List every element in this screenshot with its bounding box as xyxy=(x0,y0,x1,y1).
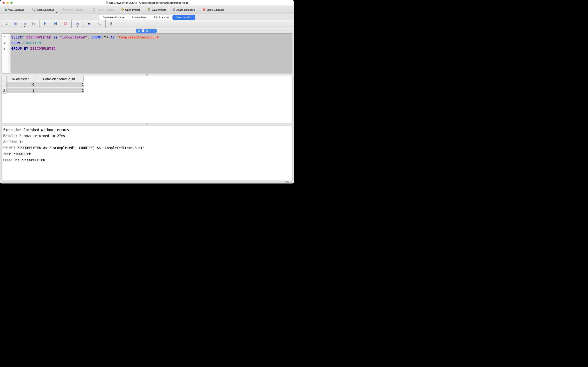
new-query-tab-button[interactable] xyxy=(3,21,9,28)
sql-token xyxy=(28,46,30,50)
results-log-splitter[interactable] xyxy=(0,123,294,126)
results-cell[interactable]: 0 xyxy=(6,82,34,88)
open-sql-file-button[interactable] xyxy=(12,21,18,28)
tab-execute-sql[interactable]: Execute SQL xyxy=(172,15,195,20)
toolbar-separator xyxy=(169,6,169,13)
save-results-icon xyxy=(76,22,79,25)
new-database-button[interactable]: New Database xyxy=(3,5,25,14)
view-tabs: Database Structure Browse Data Edit Prag… xyxy=(99,15,195,20)
sql-toolbar-separator xyxy=(83,20,84,28)
new-database-icon xyxy=(3,8,7,12)
execute-line-button[interactable] xyxy=(52,21,58,28)
main-toolbar: New Database Open Database Write Changes… xyxy=(0,5,294,14)
save-sql-file-button[interactable] xyxy=(21,21,27,28)
sql-toolbar-separator xyxy=(105,20,106,28)
results-column-header[interactable]: isCompleted xyxy=(6,76,34,82)
window-title: DB Browser for SQLite - /Users/russellgo… xyxy=(105,1,188,4)
sql-token: , xyxy=(87,35,91,39)
results-row: 102 xyxy=(2,82,84,88)
find-button[interactable] xyxy=(86,21,92,28)
close-tab-icon[interactable]: ✕ xyxy=(138,30,140,32)
sql-tab-label: S... xyxy=(146,30,150,33)
results-cell[interactable]: 2 xyxy=(34,88,84,94)
results-row-number[interactable]: 2 xyxy=(2,88,6,94)
close-database-button[interactable]: Close Database xyxy=(202,5,225,14)
line-number: 3 xyxy=(2,46,8,51)
replace-button[interactable]: ba xyxy=(97,21,102,28)
sql-query-tab[interactable]: ✕ S... xyxy=(136,29,157,33)
revert-changes-label: Revert Changes xyxy=(97,8,115,11)
line-number: 2 xyxy=(2,40,8,46)
fold-margin xyxy=(8,34,10,73)
sql-token xyxy=(58,35,60,39)
new-database-label: New Database xyxy=(8,8,24,11)
results-table: isCompletedCompletedItemsCount102212 xyxy=(2,76,84,94)
revert-changes-button[interactable]: Revert Changes xyxy=(92,5,116,14)
sql-token xyxy=(24,35,26,39)
execute-all-icon xyxy=(43,22,47,25)
open-project-label: Open Project xyxy=(125,8,140,11)
sql-editor[interactable]: 123 SELECT ZISCOMPLETED as "isCompleted"… xyxy=(1,33,293,74)
save-project-button[interactable]: Save Project xyxy=(147,5,167,14)
sql-code-line[interactable]: SELECT ZISCOMPLETED as "isCompleted", CO… xyxy=(11,34,292,40)
sql-token: ZTODOITEM xyxy=(22,41,41,45)
sql-code-area[interactable]: SELECT ZISCOMPLETED as "isCompleted", CO… xyxy=(10,34,292,73)
tab-label: Database Structure xyxy=(103,16,125,19)
attach-database-label: Attach Database xyxy=(176,8,195,11)
execute-all-button[interactable] xyxy=(42,21,48,28)
stop-button[interactable] xyxy=(62,21,68,28)
toolbar-separator xyxy=(59,6,60,13)
tab-database-structure[interactable]: Database Structure xyxy=(99,15,128,20)
database-icon xyxy=(105,1,108,4)
sql-code-line[interactable]: GROUP BY ZISCOMPLETED xyxy=(11,46,292,51)
tab-label: Edit Pragmas xyxy=(154,16,169,19)
sql-toolbar-separator xyxy=(39,20,40,28)
sql-token: "isCompleted" xyxy=(60,35,87,39)
editor-results-splitter[interactable] xyxy=(0,74,294,76)
results-row-number[interactable]: 1 xyxy=(2,82,6,88)
save-sql-dropdown-chevron-icon[interactable] xyxy=(23,25,25,27)
view-tab-row: Database Structure Browse Data Edit Prag… xyxy=(0,14,294,20)
sql-token: GROUP BY xyxy=(11,46,28,50)
sql-token: ZISCOMPLETED xyxy=(30,46,56,50)
results-row: 212 xyxy=(2,88,84,94)
tab-browse-data[interactable]: Browse Data xyxy=(128,15,150,20)
sql-code-line[interactable]: FROM ZTODOITEM xyxy=(11,40,292,46)
print-icon xyxy=(32,22,35,25)
sql-token xyxy=(115,35,117,39)
toolbar-overflow-chevron-icon[interactable] xyxy=(56,10,58,14)
sql-toolbar-separator xyxy=(71,20,72,28)
sql-tab-strip: ✕ S... xyxy=(0,28,294,33)
results-corner-cell xyxy=(2,76,6,82)
open-project-icon xyxy=(121,8,124,12)
open-database-label: Open Database xyxy=(36,8,54,11)
open-sql-file-icon xyxy=(14,22,17,25)
results-cell[interactable]: 2 xyxy=(34,82,84,88)
save-project-label: Save Project xyxy=(152,8,166,11)
replace-icon: ba xyxy=(98,22,101,25)
tab-edit-pragmas[interactable]: Edit Pragmas xyxy=(150,15,173,20)
print-button[interactable] xyxy=(30,21,36,28)
close-window-button[interactable] xyxy=(2,1,5,4)
zoom-window-button[interactable] xyxy=(10,1,13,4)
save-results-button[interactable] xyxy=(74,21,80,28)
results-column-header[interactable]: CompletedItemsCount xyxy=(34,76,84,82)
save-results-dropdown-chevron-icon[interactable] xyxy=(76,25,78,27)
close-database-icon xyxy=(202,8,206,12)
open-database-button[interactable]: Open Database xyxy=(31,5,55,14)
execution-log[interactable]: Execution finished without errors. Resul… xyxy=(1,126,293,180)
minimize-window-button[interactable] xyxy=(6,1,9,4)
attach-database-button[interactable]: Attach Database xyxy=(171,5,196,14)
open-project-button[interactable]: Open Project xyxy=(120,5,141,14)
sql-toolbar: ba xyxy=(0,20,294,28)
encoding-indicator[interactable]: UTF-8 xyxy=(285,180,292,183)
execution-log-button[interactable] xyxy=(109,21,114,28)
sql-token: FROM xyxy=(11,41,20,45)
write-changes-button[interactable]: Write Changes xyxy=(62,5,84,14)
tab-label: Execute SQL xyxy=(176,16,191,19)
tab-label: Browse Data xyxy=(132,16,146,19)
close-database-label: Close Database xyxy=(207,8,225,11)
results-cell[interactable]: 1 xyxy=(6,88,34,94)
line-number-gutter: 123 xyxy=(2,34,8,73)
sql-token: ZISCOMPLETED xyxy=(26,35,51,39)
